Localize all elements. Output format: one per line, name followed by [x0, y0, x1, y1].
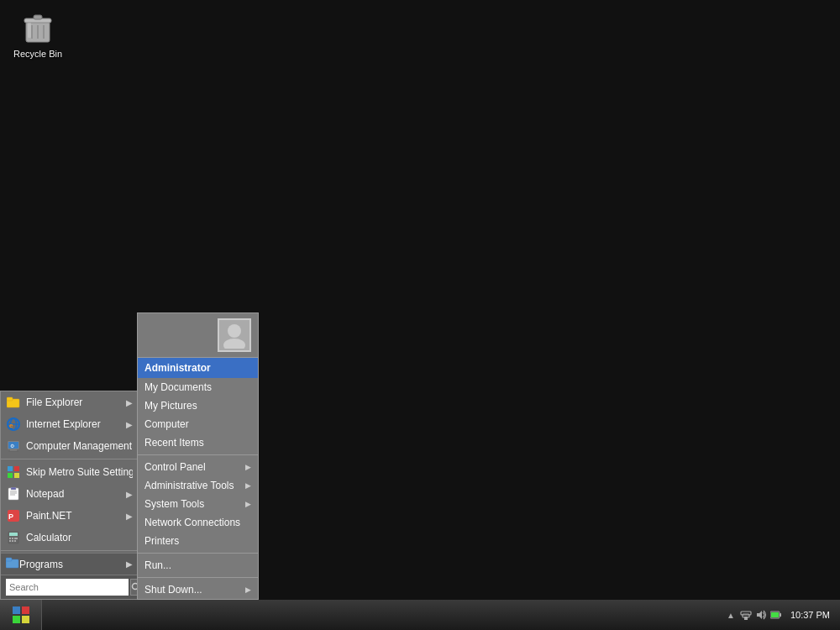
printers-label: Printers — [144, 535, 251, 547]
svg-rect-31 — [9, 538, 11, 539]
system-tools-arrow: ▶ — [245, 500, 251, 508]
recycle-bin-image — [21, 12, 55, 45]
recycle-bin-label: Recycle Bin — [12, 49, 64, 59]
svg-rect-21 — [14, 473, 19, 478]
svg-rect-20 — [8, 473, 13, 478]
ie-icon: e — [6, 417, 21, 432]
menu-item-skip-metro[interactable]: Skip Metro Suite Settings — [1, 461, 138, 483]
menu-item-calculator[interactable]: Calculator — [1, 527, 138, 549]
menu-item-programs[interactable]: Programs ▶ — [1, 553, 138, 575]
menu-item-file-explorer[interactable]: File Explorer ▶ — [1, 391, 138, 413]
svg-rect-18 — [8, 466, 13, 471]
search-bar — [1, 575, 138, 599]
svg-rect-38 — [6, 558, 12, 561]
file-explorer-label: File Explorer — [26, 396, 126, 408]
svg-rect-33 — [14, 538, 18, 539]
svg-marker-50 — [757, 611, 762, 619]
shut-down-label: Shut Down... — [144, 584, 245, 596]
computer-mgmt-icon: ⚙ — [6, 438, 21, 454]
my-documents-label: My Documents — [144, 381, 251, 393]
admin-tools-arrow: ▶ — [245, 481, 251, 490]
menu-item-internet-explorer[interactable]: e Internet Explorer ▶ — [1, 413, 138, 435]
menu-item-computer-management[interactable]: ⚙ Computer Management — [1, 435, 138, 457]
menu-sep-2 — [1, 550, 138, 551]
svg-rect-36 — [14, 540, 16, 542]
submenu-control-panel[interactable]: Control Panel ▶ — [138, 458, 258, 476]
shut-down-arrow: ▶ — [245, 585, 251, 594]
control-panel-label: Control Panel — [144, 461, 245, 473]
programs-icon — [6, 557, 19, 571]
file-explorer-icon — [6, 395, 21, 410]
menu-item-paint-net[interactable]: P Paint.NET ▶ — [1, 505, 138, 527]
calculator-icon — [6, 530, 21, 545]
svg-rect-8 — [7, 397, 13, 401]
svg-rect-49 — [741, 612, 751, 615]
notepad-arrow: ▶ — [126, 490, 133, 499]
tray-icons — [740, 609, 782, 621]
submenu-sep-1 — [138, 454, 258, 455]
menu-item-notepad[interactable]: Notepad ▶ — [1, 483, 138, 505]
start-button[interactable] — [0, 600, 42, 630]
notepad-label: Notepad — [26, 488, 126, 500]
paint-net-arrow: ▶ — [126, 512, 133, 521]
file-explorer-arrow: ▶ — [126, 398, 133, 407]
battery-tray-icon — [770, 609, 782, 621]
ie-label: Internet Explorer — [26, 418, 126, 430]
programs-arrow: ▶ — [126, 559, 133, 569]
svg-rect-35 — [12, 540, 13, 542]
submenu-shut-down[interactable]: Shut Down... ▶ — [138, 580, 258, 599]
tray-chevron[interactable]: ▲ — [727, 611, 735, 620]
svg-rect-26 — [11, 487, 16, 490]
svg-rect-53 — [771, 612, 779, 617]
svg-rect-43 — [13, 606, 20, 614]
svg-rect-52 — [780, 613, 781, 617]
computer-label: Computer — [144, 418, 251, 430]
notepad-icon — [6, 486, 21, 501]
submenu-printers[interactable]: Printers — [138, 532, 258, 550]
svg-rect-15 — [8, 451, 18, 452]
submenu-sep-3 — [138, 577, 258, 578]
svg-rect-19 — [14, 466, 19, 471]
menu-sep-1 — [1, 459, 138, 459]
svg-rect-45 — [13, 616, 20, 623]
submenu-network-connections[interactable]: Network Connections — [138, 513, 258, 532]
taskbar: ▲ — [0, 600, 840, 630]
submenu-computer[interactable]: Computer — [138, 415, 258, 433]
user-header — [138, 313, 258, 358]
recycle-bin-icon[interactable]: Recycle Bin — [8, 8, 67, 62]
svg-text:e: e — [9, 422, 13, 429]
admin-tools-label: Administrative Tools — [144, 480, 245, 491]
svg-rect-2 — [34, 15, 42, 19]
clock-time: 10:37 PM — [790, 609, 830, 621]
svg-rect-30 — [9, 533, 18, 536]
svg-rect-46 — [22, 616, 29, 623]
submenu-my-pictures[interactable]: My Pictures — [138, 396, 258, 415]
submenu-run[interactable]: Run... — [138, 556, 258, 575]
svg-rect-34 — [9, 540, 11, 542]
submenu-sep-2 — [138, 553, 258, 554]
skip-metro-icon — [6, 465, 21, 480]
start-menu: File Explorer ▶ e Internet Explorer ▶ — [0, 391, 139, 600]
recent-items-label: Recent Items — [144, 437, 251, 449]
control-panel-arrow: ▶ — [245, 463, 251, 471]
system-tools-label: System Tools — [144, 498, 245, 510]
submenu-my-documents[interactable]: My Documents — [138, 378, 258, 396]
computer-mgmt-label: Computer Management — [26, 440, 133, 452]
svg-point-41 — [228, 324, 241, 338]
calculator-label: Calculator — [26, 532, 133, 543]
paint-net-label: Paint.NET — [26, 510, 126, 522]
search-input[interactable] — [6, 579, 129, 596]
paint-net-icon: P — [6, 508, 21, 523]
administrator-label: Administrator — [144, 362, 211, 374]
svg-rect-14 — [10, 449, 17, 451]
submenu-recent-items[interactable]: Recent Items — [138, 433, 258, 452]
submenu-admin-tools[interactable]: Administrative Tools ▶ — [138, 476, 258, 495]
submenu-system-tools[interactable]: System Tools ▶ — [138, 495, 258, 513]
programs-label: Programs — [19, 559, 126, 570]
network-tray-icon — [740, 609, 752, 621]
taskbar-middle — [42, 600, 720, 630]
administrator-item[interactable]: Administrator — [138, 358, 258, 378]
run-label: Run... — [144, 559, 251, 571]
clock: 10:37 PM — [787, 609, 833, 621]
svg-rect-6 — [28, 23, 31, 38]
